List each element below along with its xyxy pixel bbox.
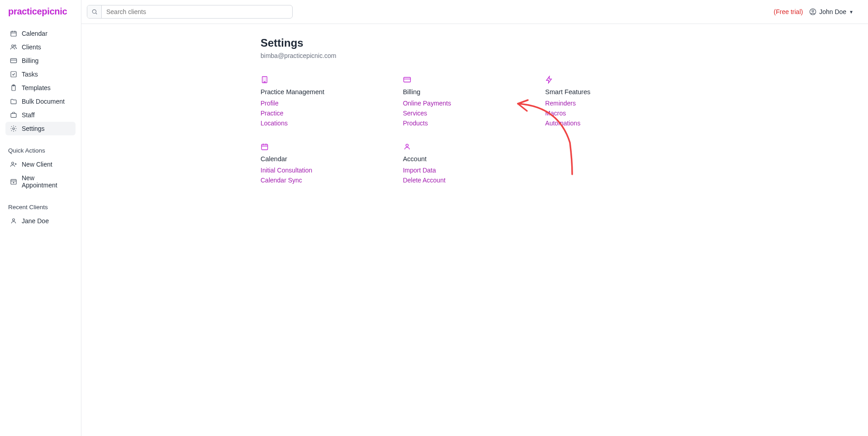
svg-point-8	[13, 128, 14, 129]
settings-card-billing: BillingOnline PaymentsServicesProducts	[403, 76, 500, 128]
settings-card-practice-management: Practice ManagementProfilePracticeLocati…	[261, 76, 358, 128]
user-plus-icon	[10, 161, 17, 168]
sidebar-item-label: Staff	[22, 111, 35, 119]
sidebar-item-label: Clients	[22, 43, 41, 51]
user-icon	[10, 217, 17, 225]
settings-link-macros[interactable]: Macros	[545, 108, 642, 118]
sidebar-item-calendar[interactable]: Calendar	[5, 27, 76, 40]
settings-card-calendar: CalendarInitial ConsultationCalendar Syn…	[261, 143, 358, 185]
sidebar-item-label: Calendar	[22, 30, 47, 37]
settings-link-automations[interactable]: Automations	[545, 118, 642, 128]
svg-point-18	[406, 144, 408, 146]
settings-link-profile[interactable]: Profile	[261, 98, 358, 108]
clipboard-icon	[10, 84, 17, 91]
main: Settings bimba@practicepicnic.com Practi…	[163, 0, 868, 436]
settings-card-smart-features: Smart FeaturesRemindersMacrosAutomations	[545, 76, 642, 128]
card-title: Account	[403, 155, 500, 163]
sidebar-item-label: Bulk Document	[22, 98, 65, 105]
folder-icon	[10, 98, 17, 105]
calendar-plus-icon	[10, 178, 17, 185]
svg-point-11	[13, 219, 15, 221]
briefcase-icon	[10, 111, 17, 119]
sidebar-item-bulk-document[interactable]: Bulk Document	[5, 95, 76, 108]
settings-card-account: AccountImport DataDelete Account	[403, 143, 500, 185]
sidebar-item-label: New Appointment	[22, 174, 71, 189]
svg-rect-0	[11, 31, 16, 36]
settings-link-delete-account[interactable]: Delete Account	[403, 175, 500, 185]
sidebar-item-label: Templates	[22, 84, 51, 91]
calendar-icon	[261, 143, 269, 151]
brand-logo: practicepicnic	[5, 6, 76, 17]
sidebar-item-clients[interactable]: Clients	[5, 40, 76, 54]
sidebar-item-label: Jane Doe	[22, 217, 49, 225]
sidebar-item-billing[interactable]: Billing	[5, 54, 76, 67]
sidebar-item-label: New Client	[22, 161, 52, 168]
settings-link-products[interactable]: Products	[403, 118, 500, 128]
users-icon	[10, 43, 17, 51]
sidebar-item-tasks[interactable]: Tasks	[5, 67, 76, 81]
svg-rect-3	[10, 58, 16, 62]
check-square-icon	[10, 71, 17, 78]
settings-link-locations[interactable]: Locations	[261, 118, 358, 128]
svg-point-9	[12, 162, 14, 164]
search-icon	[91, 9, 98, 15]
settings-link-reminders[interactable]: Reminders	[545, 98, 642, 108]
settings-link-services[interactable]: Services	[403, 108, 500, 118]
sidebar-item-templates[interactable]: Templates	[5, 81, 76, 95]
card-title: Calendar	[261, 155, 358, 163]
gear-icon	[10, 125, 17, 132]
sidebar-item-label: Settings	[22, 125, 45, 132]
user-icon	[403, 143, 411, 151]
page-title: Settings	[261, 37, 642, 49]
sidebar-item-label: Tasks	[22, 71, 38, 78]
sidebar-item-staff[interactable]: Staff	[5, 108, 76, 122]
svg-rect-7	[11, 114, 16, 118]
calendar-icon	[10, 30, 17, 37]
card-icon	[403, 76, 411, 84]
svg-point-1	[12, 45, 14, 47]
settings-link-initial-consultation[interactable]: Initial Consultation	[261, 165, 358, 175]
settings-link-import-data[interactable]: Import Data	[403, 165, 500, 175]
sidebar-item-jane-doe[interactable]: Jane Doe	[5, 214, 76, 228]
sidebar-item-new-client[interactable]: New Client	[5, 158, 76, 171]
sidebar-item-new-appointment[interactable]: New Appointment	[5, 171, 76, 192]
sidebar-item-label: Billing	[22, 57, 38, 64]
card-icon	[10, 57, 17, 64]
sidebar: practicepicnic CalendarClientsBillingTas…	[0, 0, 81, 436]
settings-link-practice[interactable]: Practice	[261, 108, 358, 118]
svg-rect-17	[261, 144, 268, 150]
building-icon	[261, 76, 269, 84]
card-title: Practice Management	[261, 88, 358, 96]
settings-link-online-payments[interactable]: Online Payments	[403, 98, 500, 108]
quick-actions-label: Quick Actions	[5, 135, 76, 158]
svg-point-2	[14, 45, 16, 46]
sidebar-item-settings[interactable]: Settings	[5, 122, 76, 135]
card-title: Billing	[403, 88, 500, 96]
page-subtitle: bimba@practicepicnic.com	[261, 52, 642, 59]
settings-link-calendar-sync[interactable]: Calendar Sync	[261, 175, 358, 185]
search-button[interactable]	[87, 5, 102, 18]
recent-clients-label: Recent Clients	[5, 192, 76, 214]
card-title: Smart Features	[545, 88, 642, 96]
svg-rect-4	[11, 72, 16, 77]
bolt-icon	[545, 76, 553, 84]
svg-rect-16	[403, 77, 410, 82]
svg-point-12	[92, 10, 96, 13]
